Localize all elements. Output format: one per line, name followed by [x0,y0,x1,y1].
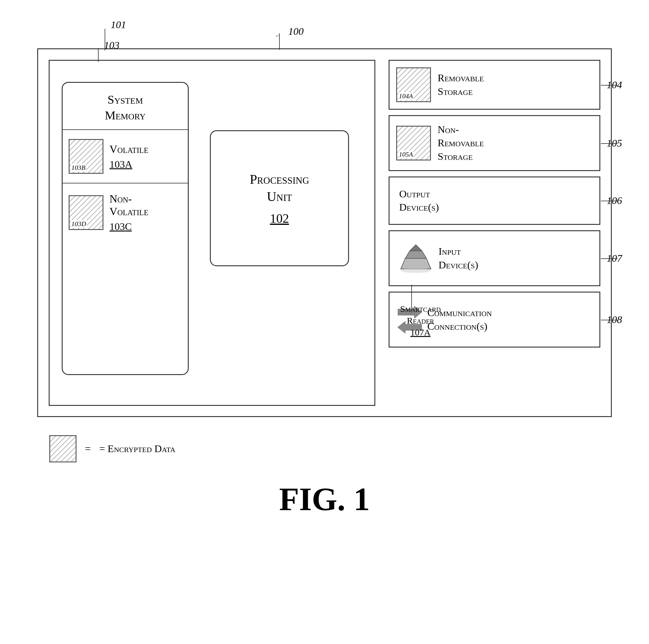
hatch-box-105a: 105A [396,126,431,160]
svg-marker-9 [405,251,426,259]
line-105 [601,143,617,144]
non-volatile-section: 103D Non- Volatile 103C [62,183,188,241]
smartcard-reader-icon [396,242,435,275]
input-device-box: Input Device(s) 107 Smartcard Reader 107… [389,230,600,286]
smartcard-line-vertical [411,285,412,313]
smartcard-icon-svg [398,243,434,274]
svg-point-11 [401,268,431,273]
legend-hatch-box [49,435,77,462]
volatile-text: Volatile 103A [110,143,148,170]
line-108 [601,320,617,320]
right-column: 104A Removable Storage 104 [389,60,600,348]
smartcard-reader-label: Smartcard Reader 107A [400,303,441,338]
non-removable-storage-text: Non- Removable Storage [438,123,484,163]
label-104a: 104A [398,92,414,100]
legend: = = Encrypted Data [49,435,175,462]
system-memory-title: System Memory [62,83,188,130]
label-105a: 105A [398,150,414,158]
hatch-box-104a: 104A [396,67,431,102]
svg-marker-10 [410,245,422,251]
arrow-103 [98,48,98,62]
hatch-box-103b: 103B [69,139,103,174]
legend-eq: = [85,443,91,455]
svg-rect-15 [50,436,77,462]
arrow-head-100: ⌐ [276,33,279,39]
removable-storage-box: 104A Removable Storage 104 [389,60,600,110]
label-103d: 103D [71,220,87,228]
line-106 [601,201,617,201]
removable-storage-text: Removable Storage [438,71,484,98]
volatile-section: 103B Volatile 103A [62,130,188,183]
label-100: 100 [288,26,304,37]
output-device-box: Output Device(s) 106 [389,177,600,225]
legend-hatch-svg [50,436,77,462]
input-device-text: Input Device(s) [438,245,478,271]
outer-container-100: 101 103 System Memory [37,48,612,417]
svg-marker-8 [401,259,431,269]
arrow-100 [279,33,280,50]
non-volatile-text: Non- Volatile 103C [110,192,148,232]
label-103: 103 [104,40,120,51]
label-101: 101 [111,19,126,31]
non-removable-storage-box: 105A Non- Removable Storage 105 [389,115,600,171]
inner-container-101: 103 System Memory [49,60,375,406]
legend-text: = Encrypted Data [99,443,175,455]
diagram-area: 100 ⌐ 101 103 System Memory [25,12,624,518]
line-104 [601,85,617,86]
label-103b: 103B [71,164,86,172]
figure-label: FIG. 1 [279,480,370,518]
hatch-box-103d: 103D [69,195,103,230]
processing-unit-box: Processing Unit 102 [210,130,349,266]
output-device-text: Output Device(s) [399,187,439,214]
line-107 [601,259,617,259]
system-memory-box: System Memory [62,82,189,375]
